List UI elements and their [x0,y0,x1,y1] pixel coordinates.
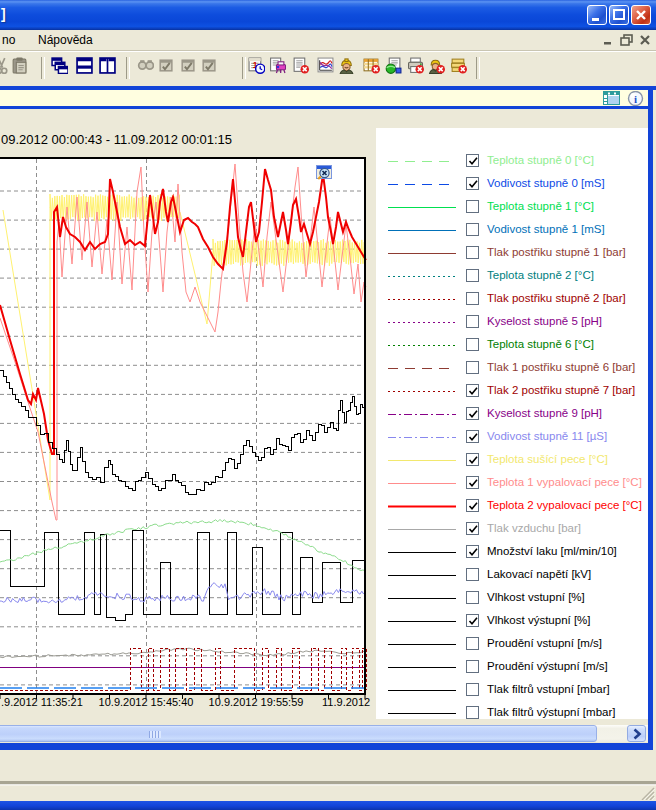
legend-checkbox[interactable] [466,361,479,374]
toolbar-worker-delete-button[interactable] [426,55,448,77]
legend-line-sample [388,298,456,301]
toolbar-papers-delete-button[interactable] [448,55,470,77]
legend-row: Teplota 1 vypalovací pece [°C] [376,471,648,494]
legend-checkbox[interactable] [466,407,479,420]
legend-checkbox[interactable] [466,591,479,604]
checkmark-icon [467,454,480,467]
scrollbar-grip [149,731,161,738]
toolbar-tile-horizontal-button[interactable] [74,55,96,77]
zoom-cancel-button[interactable] [316,165,333,180]
legend-checkbox[interactable] [466,660,479,673]
legend-label: Vlhkost vstupní [%] [487,591,585,603]
window-bottom-frame [0,801,656,810]
checkmark-icon [467,385,480,398]
legend-checkbox[interactable] [466,614,479,627]
print-delete-icon [407,57,424,74]
legend-row: Proudění vstupní [m/s] [376,632,648,655]
mdi-restore-button[interactable] [619,33,635,47]
toolbar-print-delete-button[interactable] [405,55,427,77]
scroll-right-button[interactable] [627,725,646,742]
legend-row: Tlak 2 postřiku stupně 7 [bar] [376,379,648,402]
worker-delete-icon [428,57,445,74]
info-icon: i [627,91,644,106]
table-view-button[interactable] [603,91,620,105]
minimize-button[interactable] [587,5,607,25]
chart-plot[interactable] [0,150,372,710]
legend-checkbox[interactable] [466,384,479,397]
legend-checkbox[interactable] [466,292,479,305]
x-axis-label: 11.9.2012 0:06:18 [322,696,372,708]
mdi-minimize-button[interactable] [601,33,617,47]
legend-row: Tlak filtrů vstupní [mbar] [376,678,648,701]
legend-label: Teplota stupně 6 [°C] [487,338,594,350]
horizontal-scrollbar[interactable] [0,725,648,742]
legend-checkbox[interactable] [466,683,479,696]
legend-checkbox[interactable] [466,476,479,489]
toolbar-line-chart-button[interactable] [315,55,337,77]
toolbar-cascade-windows-button[interactable] [49,55,71,77]
status-bar [0,750,656,801]
menu-item-help[interactable]: Nápověda [36,32,95,48]
document-globe-icon [385,57,402,74]
legend-label: Kyselost stupně 5 [pH] [487,315,602,327]
window-check-3-icon [200,57,217,74]
legend-checkbox[interactable] [466,637,479,650]
legend-checkbox[interactable] [466,269,479,282]
checkmark-icon [467,615,480,628]
legend-checkbox[interactable] [466,315,479,328]
legend-label: Proudění vstupní [m/s] [487,637,602,649]
paste-icon [11,57,28,74]
scrollbar-thumb[interactable] [0,725,597,742]
legend-checkbox[interactable] [466,154,479,167]
toolbar-table-delete-button[interactable] [361,55,383,77]
toolbar-separator [476,57,480,79]
cascade-windows-icon [51,57,68,74]
legend-checkbox[interactable] [466,177,479,190]
legend-checkbox[interactable] [466,499,479,512]
toolbar-tile-vertical-button[interactable] [97,55,119,77]
mdi-close-icon [637,33,653,47]
legend-checkbox[interactable] [466,430,479,443]
legend-label: Vodivost stupně 0 [mS] [487,177,605,189]
checkmark-icon [467,523,480,536]
legend-row: Teplota stupně 0 [°C] [376,149,648,172]
toolbar-window-check-1-button [155,55,177,77]
menu-item-window[interactable]: no [0,32,17,48]
toolbar-document-plot-button[interactable] [267,55,289,77]
legend-label: Lakovací napětí [kV] [487,568,591,580]
legend-checkbox[interactable] [466,200,479,213]
legend-checkbox[interactable] [466,338,479,351]
toolbar-document-delete-button[interactable] [290,55,312,77]
legend-label: Teplota stupně 0 [°C] [487,154,594,166]
resize-grip[interactable] [641,787,655,800]
legend-checkbox[interactable] [466,706,479,719]
legend-line-sample [388,712,456,715]
table-view-icon [603,91,620,105]
legend-checkbox[interactable] [466,453,479,466]
toolbar-document-globe-button[interactable] [383,55,405,77]
info-button[interactable]: i [627,91,644,105]
legend-line-sample [388,551,456,554]
toolbar-window-check-2-button [177,55,199,77]
mdi-minimize-icon [601,33,617,47]
legend-checkbox[interactable] [466,568,479,581]
legend-row: Teplota stupně 2 [°C] [376,264,648,287]
legend-row: Kyselost stupně 5 [pH] [376,310,648,333]
legend-row: Tlak 1 postřiku stupně 6 [bar] [376,356,648,379]
window-check-2-icon [179,57,196,74]
legend-checkbox[interactable] [466,522,479,535]
close-icon [632,6,650,24]
minimize-icon [588,6,606,24]
find-icon [137,57,154,74]
mdi-close-button[interactable] [637,33,653,47]
toolbar-calendar-clock-button[interactable]: 1 [246,55,268,77]
close-button[interactable] [631,5,651,25]
legend-label: Proudění výstupní [m/s] [487,660,608,672]
document-plot-icon [269,57,286,74]
toolbar-worker-button[interactable] [336,55,358,77]
maximize-button[interactable] [609,5,629,25]
legend-checkbox[interactable] [466,545,479,558]
legend-line-sample [388,436,456,439]
legend-checkbox[interactable] [466,246,479,259]
legend-checkbox[interactable] [466,223,479,236]
